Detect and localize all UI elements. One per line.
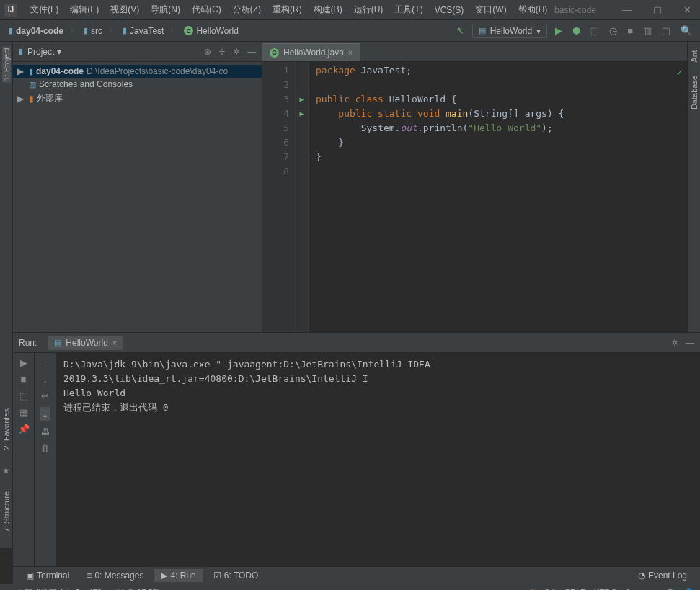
run-tab[interactable]: ▤ HelloWorld × xyxy=(48,336,123,350)
line-number: 1 xyxy=(264,63,289,78)
hide-panel-icon[interactable]: — xyxy=(686,338,694,348)
run-icon: ▶ xyxy=(161,571,167,581)
hide-panel-icon[interactable]: — xyxy=(247,47,256,57)
close-tab-icon[interactable]: × xyxy=(348,48,353,57)
error-indicator-icon[interactable]: ⬢ xyxy=(529,588,536,591)
breadcrumb-item[interactable]: ▮day04-code xyxy=(6,24,66,37)
actions-icon[interactable]: ▢ xyxy=(660,25,673,36)
terminal-icon: ▣ xyxy=(26,571,34,581)
editor-tab-helloworld[interactable]: C HelloWorld.java × xyxy=(262,43,360,61)
menu-analyze[interactable]: 分析(Z) xyxy=(227,4,267,16)
line-number-gutter[interactable]: 1 2 3 4 5 6 7 8 xyxy=(262,62,296,332)
tree-expand-arrow-icon[interactable]: ▶ xyxy=(17,94,26,104)
menu-help[interactable]: 帮助(H) xyxy=(513,4,554,16)
menu-view[interactable]: 视图(V) xyxy=(105,4,145,16)
breadcrumb-label: src xyxy=(91,26,102,36)
menu-tools[interactable]: 工具(T) xyxy=(389,4,428,16)
left-tool-sidebar: 1: Project xyxy=(0,42,13,332)
coverage-button[interactable]: ⬚ xyxy=(588,25,601,36)
chevron-right-icon: 〉 xyxy=(169,24,178,37)
run-config-dropdown[interactable]: ▤ HelloWorld ▾ xyxy=(472,24,547,38)
tab-messages[interactable]: ≡0: Messages xyxy=(79,569,151,582)
soft-wrap-icon[interactable]: ↩ xyxy=(41,390,49,401)
menu-build[interactable]: 构建(B) xyxy=(308,4,348,16)
pin-icon[interactable]: 📌 xyxy=(18,424,30,434)
rerun-button[interactable]: ▶ xyxy=(20,357,27,368)
sidebar-tab-database[interactable]: Database xyxy=(690,74,699,111)
tab-label: Terminal xyxy=(37,571,69,581)
run-button[interactable]: ▶ xyxy=(553,25,564,36)
sidebar-tab-project[interactable]: 1: Project xyxy=(2,46,11,82)
tree-row-scratches[interactable]: ▧ Scratches and Consoles xyxy=(13,78,262,91)
inspection-profile-icon[interactable]: 👤 xyxy=(684,588,694,591)
close-window-button[interactable]: ✕ xyxy=(679,4,696,15)
breadcrumb-label: JavaTest xyxy=(130,26,164,36)
menu-vcs[interactable]: VCS(S) xyxy=(429,5,470,15)
menu-navigate[interactable]: 导航(N) xyxy=(145,4,186,16)
run-gutter-icon[interactable]: ▶ xyxy=(296,92,308,107)
menu-window[interactable]: 窗口(W) xyxy=(469,4,512,16)
project-view-dropdown[interactable]: Project ▾ xyxy=(23,45,66,58)
inspection-ok-icon[interactable]: ✓ xyxy=(677,65,683,79)
search-everywhere-icon[interactable]: 🔍 xyxy=(678,25,694,36)
tab-terminal[interactable]: ▣Terminal xyxy=(19,569,76,582)
menu-refactor[interactable]: 重构(R) xyxy=(267,4,308,16)
line-number: 7 xyxy=(264,150,289,164)
locate-icon[interactable]: ⊕ xyxy=(204,47,211,57)
clear-all-icon[interactable]: 🗑 xyxy=(40,443,50,454)
chevron-right-icon: 〉 xyxy=(69,24,78,37)
menu-file[interactable]: 文件(F) xyxy=(25,4,64,16)
tab-run[interactable]: ▶4: Run xyxy=(154,569,203,582)
dump-threads-icon[interactable]: ⬚ xyxy=(19,390,28,401)
navigation-bar: ▮day04-code 〉 ▮src 〉 ▮JavaTest 〉 CHelloW… xyxy=(0,20,700,42)
project-structure-icon[interactable]: ▥ xyxy=(641,25,654,36)
sidebar-tab-ant[interactable]: Ant xyxy=(690,49,699,64)
minimize-button[interactable]: — xyxy=(618,4,636,15)
class-icon: C xyxy=(270,48,279,58)
run-gutter-icon[interactable]: ▶ xyxy=(296,107,308,121)
breadcrumb-item[interactable]: CHelloWorld xyxy=(181,24,241,37)
stop-button[interactable]: ■ xyxy=(21,374,27,385)
tab-event-log[interactable]: ◔Event Log xyxy=(631,569,694,582)
tree-row-external-libs[interactable]: ▶ ▮ 外部库 xyxy=(13,91,262,106)
run-panel-title: Run: xyxy=(19,338,37,348)
tree-expand-arrow-icon[interactable]: ▶ xyxy=(17,66,26,76)
code-area[interactable]: ✓ package JavaTest; public class HelloWo… xyxy=(309,62,687,332)
down-arrow-icon[interactable]: ↓ xyxy=(43,374,48,385)
menu-run[interactable]: 运行(U) xyxy=(348,4,389,16)
tab-label: 4: Run xyxy=(170,571,195,581)
tab-label: 0: Messages xyxy=(94,571,143,581)
editor-panel: C HelloWorld.java × 1 2 3 4 5 6 7 8 ▶ ▶ xyxy=(262,42,687,332)
up-arrow-icon[interactable]: ↑ xyxy=(43,357,48,368)
readonly-lock-icon[interactable]: 🔒 xyxy=(665,588,675,591)
code-editor[interactable]: 1 2 3 4 5 6 7 8 ▶ ▶ ✓ package JavaTest; … xyxy=(262,62,687,332)
breadcrumb-item[interactable]: ▮JavaTest xyxy=(120,24,167,37)
editor-tabs: C HelloWorld.java × xyxy=(262,42,687,62)
collapse-all-icon[interactable]: ≑ xyxy=(218,47,226,57)
tool-windows-icon[interactable]: ▢ xyxy=(6,588,13,591)
sidebar-tab-favorites[interactable]: 2: Favorites xyxy=(2,407,11,451)
print-icon[interactable]: 🖶 xyxy=(40,426,50,437)
scroll-to-end-icon[interactable]: ⤓ xyxy=(40,407,50,421)
close-tab-icon[interactable]: × xyxy=(112,339,117,347)
settings-gear-icon[interactable]: ✲ xyxy=(233,47,240,57)
tree-item-label: day04-code xyxy=(36,66,84,76)
run-console-output[interactable]: D:\Java\jdk-9\bin\java.exe "-javaagent:D… xyxy=(56,353,700,566)
sidebar-tab-structure[interactable]: 7: Structure xyxy=(2,490,11,534)
maximize-button[interactable]: ▢ xyxy=(649,4,666,15)
tab-todo[interactable]: ☑6: TODO xyxy=(206,569,266,582)
tab-label: Event Log xyxy=(648,571,687,581)
tree-row-root[interactable]: ▶ ▮ day04-code D:\IdeaProjects\basic-cod… xyxy=(13,65,262,78)
debug-button[interactable]: ⬢ xyxy=(570,25,582,36)
menu-edit[interactable]: 编辑(E) xyxy=(64,4,105,16)
profile-button[interactable]: ◷ xyxy=(607,25,619,36)
folder-icon: ▮ xyxy=(84,26,88,35)
project-tree[interactable]: ▶ ▮ day04-code D:\IdeaProjects\basic-cod… xyxy=(13,62,262,109)
stop-button[interactable]: ■ xyxy=(625,25,635,36)
layout-icon[interactable]: ▦ xyxy=(19,407,28,418)
menu-code[interactable]: 代码(C) xyxy=(186,4,227,16)
settings-gear-icon[interactable]: ✲ xyxy=(671,338,678,348)
breadcrumb-item[interactable]: ▮src xyxy=(81,24,105,37)
build-hammer-icon[interactable]: ↖ xyxy=(454,25,466,36)
console-line: Hello World xyxy=(63,386,693,401)
